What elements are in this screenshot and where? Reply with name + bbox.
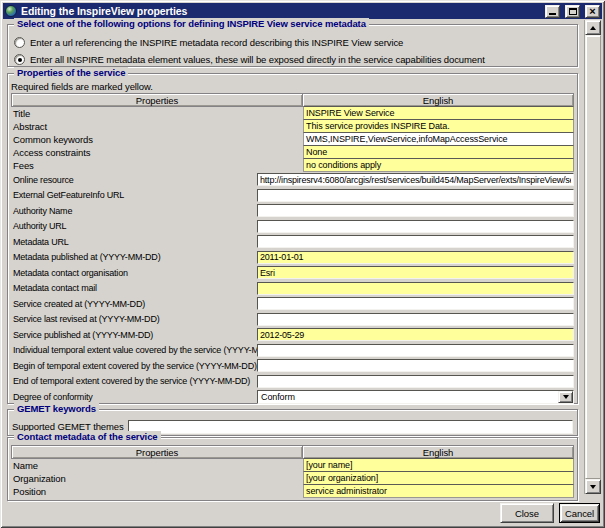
field-row: Service published at (YYYY-MM-DD): [11, 327, 574, 343]
row-label: Position: [11, 485, 303, 498]
field-row: Service created at (YYYY-MM-DD): [11, 296, 574, 312]
field-row: End of temporal extent covered by the se…: [11, 374, 574, 390]
field-row: Authority URL: [11, 219, 574, 235]
field-label: Authority Name: [11, 206, 257, 216]
field-row: Begin of temporal extent covered by the …: [11, 358, 574, 374]
minimize-button[interactable]: [545, 5, 560, 18]
metadata-contact-organisation-input[interactable]: [257, 266, 574, 279]
chevron-up-icon: [590, 26, 596, 30]
degree-of-conformity-dropdown[interactable]: Conform: [257, 390, 574, 404]
field-label: Metadata URL: [11, 237, 257, 247]
field-label: Service published at (YYYY-MM-DD): [11, 330, 257, 340]
table-header-row: Properties English: [11, 445, 574, 459]
field-row: Metadata contact organisation: [11, 265, 574, 281]
table-header-row: Properties English: [11, 93, 574, 107]
scrollbar-thumb[interactable]: [585, 35, 601, 479]
field-row: Metadata contact mail: [11, 281, 574, 297]
table-row: Position service administrator: [11, 485, 574, 498]
radio-inline-metadata-option[interactable]: [14, 54, 25, 65]
field-row: Individual temporal extent value covered…: [11, 343, 574, 359]
scroll-down-button[interactable]: [585, 479, 601, 494]
name-value-cell[interactable]: [your name]: [303, 458, 574, 472]
external-getfeatureinfo-url-input[interactable]: [257, 189, 574, 202]
field-label: End of temporal extent covered by the se…: [11, 376, 257, 386]
field-label: Metadata published at (YYYY-MM-DD): [11, 252, 257, 262]
metadata-url-input[interactable]: [257, 235, 574, 248]
radio-url-option[interactable]: [14, 37, 25, 48]
online-resource-input[interactable]: [257, 173, 574, 186]
metadata-contact-mail-input[interactable]: [257, 282, 574, 295]
minimize-icon: [549, 13, 556, 15]
row-label: Access constraints: [11, 146, 303, 159]
end-temporal-extent-input[interactable]: [257, 375, 574, 388]
row-label: Title: [11, 107, 303, 120]
row-label: Common keywords: [11, 133, 303, 146]
row-label: Fees: [11, 159, 303, 172]
row-label: Abstract: [11, 120, 303, 133]
service-last-revised-input[interactable]: [257, 313, 574, 326]
row-label: Name: [11, 459, 303, 472]
service-published-input[interactable]: [257, 328, 574, 341]
group-title: Contact metadata of the service: [14, 431, 161, 442]
close-icon: ×: [589, 7, 595, 16]
field-label: Online resource: [11, 175, 257, 185]
option-row-inline[interactable]: Enter all INSPIRE metadata element value…: [14, 51, 571, 68]
field-label: Metadata contact organisation: [11, 268, 257, 278]
dialog-window: Editing the InspireView properties × Sel…: [0, 0, 605, 528]
field-row: Service last revised at (YYYY-MM-DD): [11, 312, 574, 328]
organization-value-cell[interactable]: [your organization]: [303, 471, 574, 485]
field-label: Begin of temporal extent covered by the …: [11, 361, 257, 371]
field-row: Metadata published at (YYYY-MM-DD): [11, 250, 574, 266]
required-fields-note: Required fields are marked yellow.: [11, 81, 574, 93]
window-title: Editing the InspireView properties: [21, 5, 540, 17]
group-title: GEMET keywords: [14, 403, 99, 414]
access-constraints-value-cell[interactable]: None: [303, 145, 574, 159]
close-window-button[interactable]: ×: [585, 5, 600, 18]
begin-temporal-extent-input[interactable]: [257, 359, 574, 372]
chevron-down-icon: [590, 485, 596, 489]
dropdown-button[interactable]: [558, 391, 573, 403]
properties-column-header: Properties: [11, 93, 303, 107]
table-row: Fees no conditions apply: [11, 159, 574, 172]
metadata-published-input[interactable]: [257, 251, 574, 264]
maximize-button[interactable]: [565, 5, 580, 18]
field-row: Metadata URL: [11, 234, 574, 250]
field-row: External GetFeatureInfo URL: [11, 188, 574, 204]
dropdown-arrow-icon: [563, 395, 569, 399]
field-label: Metadata contact mail: [11, 283, 257, 293]
row-label: Organization: [11, 472, 303, 485]
abstract-value-cell[interactable]: This service provides INSPIRE Data.: [303, 119, 574, 133]
field-row: Online resource: [11, 172, 574, 188]
field-label: Authority URL: [11, 221, 257, 231]
group-title: Properties of the service: [14, 67, 128, 78]
close-button[interactable]: Close: [500, 503, 554, 523]
radio-inline-metadata-label: Enter all INSPIRE metadata element value…: [30, 54, 485, 65]
field-row: Authority Name: [11, 203, 574, 219]
position-value-cell[interactable]: service administrator: [303, 484, 574, 498]
authority-name-input[interactable]: [257, 204, 574, 217]
radio-url-label: Enter a url referencing the INSPIRE meta…: [30, 37, 403, 48]
group-title: Select one of the following options for …: [14, 18, 369, 29]
field-label: Individual temporal extent value covered…: [11, 345, 257, 355]
field-label: Service created at (YYYY-MM-DD): [11, 299, 257, 309]
properties-column-header: Properties: [11, 445, 303, 459]
fees-value-cell[interactable]: no conditions apply: [303, 158, 574, 172]
scroll-up-button[interactable]: [585, 20, 601, 35]
cancel-button[interactable]: Cancel: [559, 503, 600, 523]
contact-metadata-group: Contact metadata of the service Properti…: [7, 437, 578, 501]
field-label: External GetFeatureInfo URL: [11, 190, 257, 200]
globe-icon: [5, 5, 17, 17]
field-label: Service last revised at (YYYY-MM-DD): [11, 314, 257, 324]
option-row-url[interactable]: Enter a url referencing the INSPIRE meta…: [14, 34, 571, 51]
field-label: Degree of conformity: [11, 392, 257, 402]
common-keywords-value-cell[interactable]: WMS,INSPIRE,ViewService,infoMapAccessSer…: [303, 132, 574, 146]
title-value-cell[interactable]: INSPIRE View Service: [303, 106, 574, 120]
title-bar[interactable]: Editing the InspireView properties ×: [3, 3, 602, 19]
service-created-input[interactable]: [257, 297, 574, 310]
authority-url-input[interactable]: [257, 220, 574, 233]
english-column-header: English: [302, 445, 574, 459]
service-properties-group: Properties of the service Required field…: [7, 73, 578, 404]
vertical-scrollbar[interactable]: [584, 20, 601, 494]
individual-temporal-extent-input[interactable]: [257, 344, 574, 357]
supported-gemet-themes-input[interactable]: [128, 420, 573, 434]
